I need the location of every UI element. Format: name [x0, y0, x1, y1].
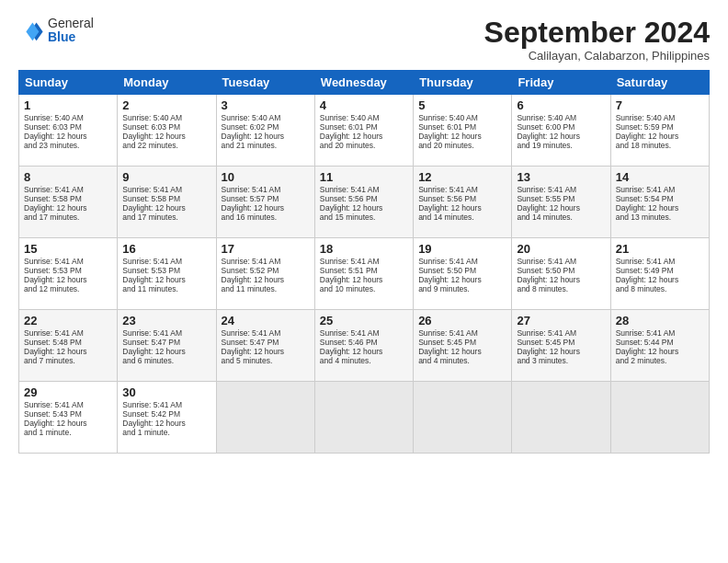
day-info: and 17 minutes. [24, 213, 112, 222]
day-info: Sunset: 5:50 PM [418, 266, 506, 275]
day-info: Sunrise: 5:41 AM [24, 400, 112, 409]
day-info: Daylight: 12 hours [122, 132, 210, 141]
logo-blue-text: Blue [48, 30, 94, 44]
day-info: Sunset: 5:44 PM [616, 338, 704, 347]
day-number: 19 [418, 242, 506, 256]
day-info: and 3 minutes. [517, 356, 605, 365]
table-row: 22Sunrise: 5:41 AMSunset: 5:48 PMDayligh… [19, 310, 118, 382]
table-row: 9Sunrise: 5:41 AMSunset: 5:58 PMDaylight… [118, 167, 216, 238]
col-tuesday: Tuesday [216, 71, 314, 95]
table-row: 20Sunrise: 5:41 AMSunset: 5:50 PMDayligh… [512, 238, 610, 310]
day-info: and 21 minutes. [222, 141, 310, 150]
day-info: Sunrise: 5:40 AM [222, 113, 310, 122]
day-info: Daylight: 12 hours [222, 203, 310, 213]
day-info: Sunset: 5:59 PM [616, 122, 704, 132]
day-info: and 8 minutes. [616, 284, 704, 293]
day-info: Daylight: 12 hours [616, 132, 704, 141]
day-info: Sunrise: 5:41 AM [418, 257, 506, 266]
col-wednesday: Wednesday [314, 71, 413, 95]
day-info: Sunset: 5:58 PM [24, 194, 112, 203]
day-info: and 22 minutes. [122, 141, 210, 150]
day-number: 27 [517, 314, 605, 327]
day-number: 16 [122, 242, 210, 256]
day-info: Daylight: 12 hours [517, 275, 605, 284]
day-info: and 7 minutes. [24, 356, 112, 365]
table-row: 13Sunrise: 5:41 AMSunset: 5:55 PMDayligh… [512, 167, 610, 238]
day-info: Sunrise: 5:40 AM [616, 113, 704, 122]
table-row: 18Sunrise: 5:41 AMSunset: 5:51 PMDayligh… [314, 238, 413, 310]
table-row [314, 382, 413, 454]
week-row: 8Sunrise: 5:41 AMSunset: 5:58 PMDaylight… [19, 167, 710, 238]
day-info: Daylight: 12 hours [517, 132, 605, 141]
day-info: Sunrise: 5:41 AM [24, 328, 112, 338]
day-number: 4 [320, 98, 408, 112]
day-info: Daylight: 12 hours [222, 275, 310, 284]
day-info: and 11 minutes. [122, 284, 210, 293]
table-row: 19Sunrise: 5:41 AMSunset: 5:50 PMDayligh… [414, 238, 512, 310]
day-info: and 14 minutes. [418, 213, 506, 222]
table-row: 25Sunrise: 5:41 AMSunset: 5:46 PMDayligh… [314, 310, 413, 382]
day-info: and 1 minute. [122, 428, 210, 437]
day-info: Sunset: 5:53 PM [122, 266, 210, 275]
day-info: and 11 minutes. [222, 284, 310, 293]
table-row: 24Sunrise: 5:41 AMSunset: 5:47 PMDayligh… [216, 310, 314, 382]
day-info: Sunrise: 5:41 AM [122, 328, 210, 338]
day-info: Daylight: 12 hours [24, 203, 112, 213]
day-info: Sunrise: 5:40 AM [320, 113, 408, 122]
col-sunday: Sunday [19, 71, 118, 95]
day-info: Sunrise: 5:41 AM [24, 185, 112, 194]
day-info: Daylight: 12 hours [320, 132, 408, 141]
day-number: 5 [418, 98, 506, 112]
day-info: Sunset: 5:47 PM [222, 338, 310, 347]
day-info: Sunset: 5:51 PM [320, 266, 408, 275]
day-info: Daylight: 12 hours [222, 132, 310, 141]
day-info: Sunset: 6:03 PM [122, 122, 210, 132]
day-info: Sunset: 6:00 PM [517, 122, 605, 132]
day-info: and 10 minutes. [320, 284, 408, 293]
day-number: 26 [418, 314, 506, 327]
day-info: Sunrise: 5:41 AM [122, 257, 210, 266]
day-info: and 14 minutes. [517, 213, 605, 222]
day-info: and 16 minutes. [222, 213, 310, 222]
day-number: 11 [320, 170, 408, 184]
title-block: September 2024 Calilayan, Calabarzon, Ph… [484, 17, 710, 63]
day-info: Daylight: 12 hours [517, 203, 605, 213]
day-info: Sunrise: 5:41 AM [122, 185, 210, 194]
day-info: Sunset: 5:49 PM [616, 266, 704, 275]
day-info: Sunset: 5:57 PM [222, 194, 310, 203]
day-info: Sunrise: 5:40 AM [24, 113, 112, 122]
day-info: Daylight: 12 hours [418, 347, 506, 356]
table-row [512, 382, 610, 454]
day-info: Daylight: 12 hours [222, 347, 310, 356]
day-info: and 23 minutes. [24, 141, 112, 150]
day-info: and 19 minutes. [517, 141, 605, 150]
day-info: Sunset: 5:48 PM [24, 338, 112, 347]
day-info: Daylight: 12 hours [122, 347, 210, 356]
day-info: Sunrise: 5:40 AM [418, 113, 506, 122]
day-info: Sunrise: 5:40 AM [122, 113, 210, 122]
day-number: 20 [517, 242, 605, 256]
table-row: 21Sunrise: 5:41 AMSunset: 5:49 PMDayligh… [610, 238, 709, 310]
day-number: 10 [222, 170, 310, 184]
day-info: Sunset: 5:46 PM [320, 338, 408, 347]
day-number: 6 [517, 98, 605, 112]
table-row: 28Sunrise: 5:41 AMSunset: 5:44 PMDayligh… [610, 310, 709, 382]
table-row: 4Sunrise: 5:40 AMSunset: 6:01 PMDaylight… [314, 95, 413, 167]
day-info: Sunset: 5:50 PM [517, 266, 605, 275]
table-row [610, 382, 709, 454]
day-info: Sunset: 5:45 PM [418, 338, 506, 347]
day-info: Sunset: 5:56 PM [320, 194, 408, 203]
day-info: Daylight: 12 hours [320, 347, 408, 356]
table-row: 8Sunrise: 5:41 AMSunset: 5:58 PMDaylight… [19, 167, 118, 238]
table-row: 12Sunrise: 5:41 AMSunset: 5:56 PMDayligh… [414, 167, 512, 238]
logo-general-text: General [48, 17, 94, 30]
day-info: and 4 minutes. [418, 356, 506, 365]
day-info: and 4 minutes. [320, 356, 408, 365]
page: General Blue September 2024 Calilayan, C… [0, 0, 728, 563]
day-info: Daylight: 12 hours [320, 203, 408, 213]
month-title: September 2024 [484, 17, 710, 49]
day-number: 13 [517, 170, 605, 184]
day-number: 1 [24, 98, 112, 112]
day-info: Daylight: 12 hours [418, 203, 506, 213]
header: General Blue September 2024 Calilayan, C… [18, 17, 710, 63]
